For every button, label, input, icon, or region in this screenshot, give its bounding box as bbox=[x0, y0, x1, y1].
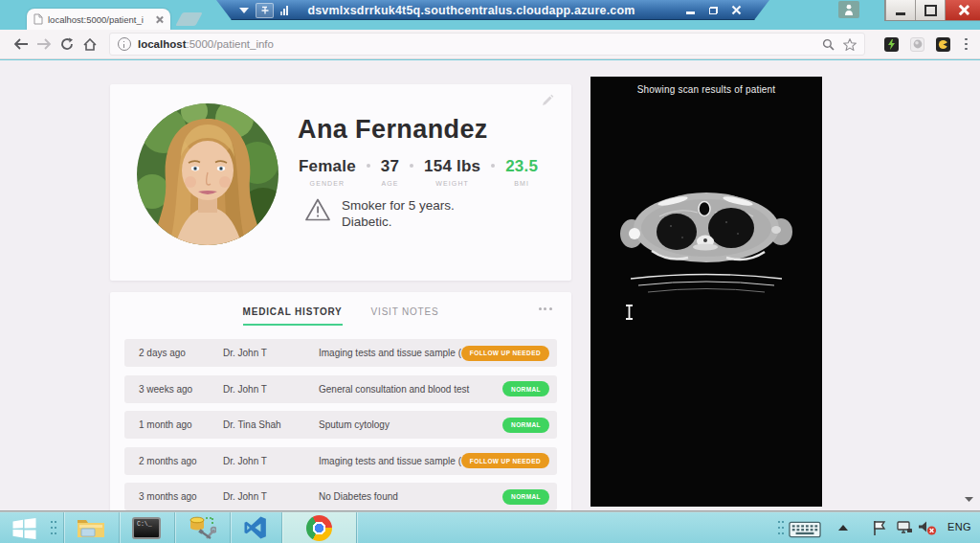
search-icon[interactable] bbox=[822, 38, 835, 51]
edit-profile-icon[interactable] bbox=[541, 94, 554, 107]
back-button[interactable] bbox=[10, 33, 33, 56]
window-minimize-button[interactable] bbox=[885, 0, 915, 20]
scan-panel-title: Showing scan results of patient bbox=[590, 84, 822, 95]
patient-warnings: Smoker for 5 years. Diabetic. bbox=[304, 197, 455, 230]
user-session-icon bbox=[838, 1, 859, 18]
status-badge: FOLLOW UP NEEDED bbox=[461, 453, 549, 468]
tab-visit-notes[interactable]: VISIT NOTES bbox=[371, 306, 439, 324]
rdp-restore-button[interactable] bbox=[706, 5, 720, 16]
extension-icon-green[interactable] bbox=[884, 37, 899, 52]
stat-bmi: 23.5BMI bbox=[505, 157, 538, 187]
home-button[interactable] bbox=[78, 33, 101, 56]
taskbar-grip bbox=[50, 519, 57, 536]
patient-name: Ana Fernandez bbox=[298, 115, 488, 145]
start-button[interactable] bbox=[9, 516, 39, 540]
patient-stats: FemaleGENDER 37AGE 154 lbsWEIGHT 23.5BMI bbox=[299, 157, 538, 187]
url-text[interactable]: localhost:5000/patient_info bbox=[138, 38, 822, 50]
touch-keyboard-icon[interactable] bbox=[789, 517, 821, 542]
reload-button[interactable] bbox=[56, 33, 78, 56]
bookmark-star-icon[interactable] bbox=[843, 38, 857, 51]
chrome-icon bbox=[306, 515, 332, 541]
text-cursor bbox=[625, 305, 634, 320]
stat-age: 37AGE bbox=[381, 157, 399, 187]
rdp-machine-address: dsvmlxsdrrkuk4t5q.southcentralus.cloudap… bbox=[288, 4, 683, 17]
tab-close-icon[interactable] bbox=[156, 15, 164, 23]
command-prompt-icon[interactable]: C:\_ bbox=[130, 515, 163, 540]
medical-records-card: MEDICAL HISTORY VISIT NOTES 2 days ago D… bbox=[110, 292, 571, 510]
window-close-button[interactable] bbox=[945, 0, 980, 20]
rdp-minimize-button[interactable] bbox=[683, 5, 697, 16]
status-badge: NORMAL bbox=[502, 381, 549, 396]
table-row[interactable]: 2 months ago Dr. John T Imaging tests an… bbox=[124, 447, 557, 475]
chrome-taskbar-button[interactable] bbox=[282, 512, 356, 543]
patient-avatar bbox=[137, 103, 278, 245]
tab-medical-history[interactable]: MEDICAL HISTORY bbox=[243, 306, 343, 326]
status-badge: NORMAL bbox=[502, 418, 549, 433]
show-hidden-icons-button[interactable] bbox=[838, 525, 848, 531]
visual-studio-icon[interactable] bbox=[239, 515, 272, 540]
tab-title: localhost:5000/patient_i bbox=[48, 14, 151, 25]
signal-strength-icon bbox=[280, 6, 288, 15]
patient-profile-card: Ana Fernandez FemaleGENDER 37AGE 154 lbs… bbox=[110, 84, 571, 281]
rdp-close-button[interactable] bbox=[729, 5, 743, 16]
forward-button[interactable] bbox=[33, 33, 56, 56]
address-bar[interactable]: localhost:5000/patient_info bbox=[109, 33, 865, 56]
page-favicon bbox=[33, 13, 43, 25]
patient-info-page: Ana Fernandez FemaleGENDER 37AGE 154 lbs… bbox=[0, 60, 980, 510]
dot-separator bbox=[491, 164, 495, 168]
stat-gender: FemaleGENDER bbox=[299, 157, 356, 187]
host-window-controls bbox=[884, 0, 980, 21]
tray-grip bbox=[777, 519, 785, 536]
table-row[interactable]: 3 months ago Dr. John T No Diabetes foun… bbox=[124, 483, 557, 510]
dot-separator bbox=[367, 164, 370, 168]
extension-icon-yellow[interactable] bbox=[936, 37, 950, 52]
card-overflow-menu-icon[interactable] bbox=[537, 304, 554, 314]
chevron-down-icon[interactable] bbox=[239, 8, 249, 13]
taskbar: C:\_ bbox=[0, 512, 980, 543]
scan-results-panel: Showing scan results of patient bbox=[590, 77, 822, 507]
warning-smoker: Smoker for 5 years. bbox=[342, 197, 455, 214]
status-badge: FOLLOW UP NEEDED bbox=[461, 346, 549, 361]
warning-diabetic: Diabetic. bbox=[342, 214, 455, 230]
table-row[interactable]: 3 weeks ago Dr. John T General consultat… bbox=[124, 375, 557, 403]
table-row[interactable]: 1 month ago Dr. Tina Shah Sputum cytolog… bbox=[124, 411, 557, 439]
file-explorer-icon[interactable] bbox=[75, 515, 107, 540]
database-tool-icon[interactable] bbox=[186, 515, 218, 540]
window-maximize-button[interactable] bbox=[915, 0, 945, 20]
warning-triangle-icon bbox=[304, 197, 331, 222]
rdp-connection-bar: dsvmlxsdrrkuk4t5q.southcentralus.cloudap… bbox=[216, 0, 769, 20]
language-indicator[interactable]: ENG bbox=[947, 521, 971, 532]
dot-separator bbox=[410, 164, 413, 168]
new-tab-button[interactable] bbox=[175, 12, 202, 26]
ct-scan-image bbox=[619, 169, 793, 298]
table-row[interactable]: 2 days ago Dr. John T Imaging tests and … bbox=[124, 339, 557, 367]
browser-menu-icon[interactable] bbox=[962, 38, 970, 51]
pin-icon[interactable] bbox=[256, 3, 274, 18]
remote-desktop-screen: dsvmlxsdrrkuk4t5q.southcentralus.cloudap… bbox=[0, 0, 980, 543]
volume-muted-icon[interactable] bbox=[911, 515, 944, 540]
status-badge: NORMAL bbox=[502, 489, 549, 505]
medical-history-list: 2 days ago Dr. John T Imaging tests and … bbox=[124, 339, 557, 510]
browser-toolbar: localhost:5000/patient_info bbox=[0, 30, 980, 59]
extension-icon-gray[interactable] bbox=[910, 37, 924, 52]
stat-weight: 154 lbsWEIGHT bbox=[424, 157, 480, 187]
browser-tab[interactable]: localhost:5000/patient_i bbox=[27, 9, 170, 30]
page-info-icon[interactable] bbox=[118, 37, 131, 51]
page-corner-artifact bbox=[965, 497, 973, 502]
